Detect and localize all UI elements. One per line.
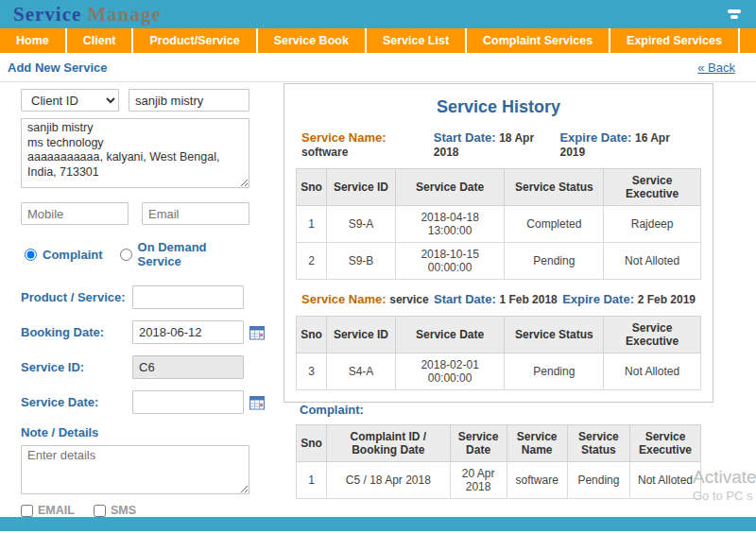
sms-checkbox[interactable] [94,505,106,517]
note-details-textarea[interactable] [21,445,249,494]
table-cell: 2018-04-18 13:00:00 [395,206,505,243]
column-header: Service Executive [630,425,701,462]
app-title-service: Service [13,3,81,26]
divider [0,81,756,82]
column-header: Complaint ID / Booking Date [327,425,451,462]
service-name-label: Service Name: [301,130,387,145]
calendar-icon[interactable] [249,395,265,410]
main-nav: Home Client Product/Service Service Book… [0,28,756,53]
nav-tab-sms[interactable]: SMS [740,28,756,53]
complaint-radio-option[interactable]: Complaint [25,248,103,262]
column-header: Service Status [505,317,604,353]
table-cell: 2018-02-01 00:00:00 [395,353,505,390]
column-header: Service ID [327,317,396,353]
column-header: Service Executive [604,169,701,206]
service-meta-row: Service Name: software Start Date: 18 Ap… [296,130,701,159]
booking-date-label: Booking Date: [21,325,132,339]
expire-date-label: Expire Date: [562,292,634,306]
nav-tab-product-service[interactable]: Product/Service [133,28,257,53]
calendar-icon[interactable] [249,325,265,340]
service-date-input[interactable] [132,390,244,414]
nav-tab-expired-services[interactable]: Expired Services [610,28,740,53]
service-name-value: software [301,146,348,159]
service-meta-row: Service Name: service Start Date: 1 Feb … [296,292,701,306]
app-title: Service Manage [13,0,162,28]
table-cell: software [507,462,567,499]
client-name-input[interactable] [129,89,249,112]
on-demand-radio-label: On Demand Service [138,240,249,268]
table-cell: S9-B [327,243,396,280]
table-row: 3S4-A2018-02-01 00:00:00PendingNot Allot… [297,353,701,390]
table-cell: S9-A [327,206,396,243]
table-cell: 20 Apr 2018 [450,462,507,499]
complaint-radio-label: Complaint [43,248,103,262]
booking-date-input[interactable] [132,320,244,344]
table-row: 2S9-B2018-10-15 00:00:00PendingNot Allot… [297,243,701,280]
email-checkbox-option[interactable]: EMAIL [21,504,75,517]
email-checkbox[interactable] [21,505,33,517]
start-date-label: Start Date: [434,130,496,145]
table-cell: Rajdeep [604,206,701,243]
header-collapse-icon[interactable] [728,9,741,19]
service-id-input [132,355,244,379]
column-header: Service Status [505,169,604,206]
email-input[interactable] [142,202,249,225]
table-cell: S4-A [327,353,396,390]
table-cell: Pending [567,462,629,499]
table-header-row: SnoComplaint ID / Booking DateService Da… [297,425,701,462]
column-header: Service Executive [604,317,701,353]
column-header: Sno [297,425,327,462]
activation-watermark: Activate Go to PC s [693,467,756,503]
table-cell: Completed [505,206,604,243]
table-cell: 1 [297,206,327,243]
sms-checkbox-option[interactable]: SMS [94,504,136,517]
expire-date-label: Expire Date: [559,130,631,145]
back-link[interactable]: « Back [697,60,735,75]
page-bar: Add New Service « Back [0,53,756,79]
complaint-radio[interactable] [25,249,37,261]
column-header: Service Name [507,425,567,462]
on-demand-radio[interactable] [120,249,132,261]
email-checkbox-label: EMAIL [38,504,75,517]
product-service-input[interactable] [132,285,244,309]
complaint-section-label: Complaint: [300,403,701,417]
service-type-radios: Complaint On Demand Service [25,240,249,268]
table-row: 1S9-A2018-04-18 13:00:00CompletedRajdeep [297,206,701,243]
page-title: Add New Service [8,60,108,75]
nav-tab-home[interactable]: Home [0,28,67,53]
start-date-value: 1 Feb 2018 [499,293,557,306]
nav-tab-complaint-services[interactable]: Complaint Services [467,28,610,53]
service-history-panel: Service History Service Name: software S… [284,83,713,403]
nav-tab-client[interactable]: Client [67,28,134,53]
service-table-2: SnoService IDService DateService StatusS… [296,316,701,390]
table-cell: C5 / 18 Apr 2018 [327,462,451,499]
nav-tab-service-book[interactable]: Service Book [258,28,367,53]
footer-bar [0,517,756,531]
note-details-label: Note / Details [21,425,249,439]
table-header-row: SnoService IDService DateService StatusS… [297,317,701,353]
column-header: Service Status [567,425,629,462]
service-table-1: SnoService IDService DateService StatusS… [296,168,701,280]
table-cell: Not Alloted [604,243,701,280]
column-header: Service Date [395,317,505,353]
table-cell: Pending [505,353,604,390]
on-demand-radio-option[interactable]: On Demand Service [120,240,249,268]
client-details-textarea[interactable]: sanjib mistry ms technology aaaaaaaaaaa,… [21,118,249,188]
nav-tab-service-list[interactable]: Service List [367,28,467,53]
table-row: 1C5 / 18 Apr 201820 Apr 2018softwarePend… [297,462,701,499]
column-header: Sno [297,317,327,353]
expire-date-value: 2 Feb 2019 [638,293,696,306]
service-id-label: Service ID: [21,360,132,374]
app-header: Service Manage [0,0,756,28]
service-date-label: Service Date: [21,395,132,409]
service-name-value: service [389,293,428,306]
notify-checkboxes: EMAIL SMS [21,504,249,517]
client-id-select[interactable]: Client ID [21,89,119,112]
app-title-manage: Manage [88,3,162,26]
service-history-title: Service History [296,97,701,117]
table-header-row: SnoService IDService DateService StatusS… [297,169,701,206]
table-cell: Not Alloted [630,462,701,499]
watermark-line1: Activate [693,467,756,489]
column-header: Service ID [327,169,396,206]
mobile-input[interactable] [21,202,129,225]
